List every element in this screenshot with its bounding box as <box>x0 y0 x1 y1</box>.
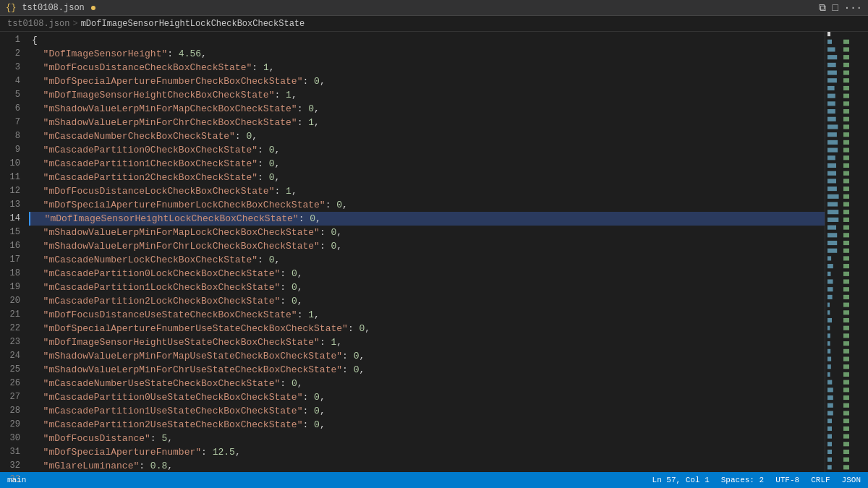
maximize-icon[interactable]: □ <box>832 2 838 14</box>
colon: : <box>139 459 150 472</box>
json-value: 0 <box>314 404 320 418</box>
colon: : <box>297 308 309 322</box>
comma: , <box>336 239 342 253</box>
status-cursor[interactable]: Ln 57, Col 1 <box>652 476 710 484</box>
breadcrumb-property[interactable]: mDofImageSensorHeightLockCheckBoxCheckSt… <box>81 19 305 29</box>
minimap[interactable] <box>825 32 868 472</box>
code-line: "mDofFocusDistanceLockCheckBoxCheckState… <box>29 184 825 198</box>
json-value: 0 <box>314 390 320 404</box>
status-spaces[interactable]: Spaces: 2 <box>721 476 764 484</box>
code-line: "mCascadeNumberLockCheckBoxCheckState": … <box>29 253 825 267</box>
json-value: 0 <box>269 253 275 267</box>
json-value: 12.5 <box>213 445 235 459</box>
colon: : <box>274 184 286 198</box>
line-number: 26 <box>6 377 20 390</box>
colon: : <box>320 239 331 253</box>
code-line: "mDofSpecialApertureFnumberLockCheckBoxC… <box>29 198 825 212</box>
json-value: 0 <box>292 267 297 281</box>
line-number: 6 <box>6 102 20 116</box>
line-number: 30 <box>6 432 20 445</box>
more-actions-icon[interactable]: ··· <box>844 2 862 14</box>
comma: , <box>292 184 297 198</box>
line-number: 8 <box>6 129 20 143</box>
comma: , <box>320 418 326 432</box>
colon: : <box>297 102 309 116</box>
status-line-ending[interactable]: CRLF <box>811 476 830 484</box>
json-value: 0 <box>292 281 297 294</box>
comma: , <box>292 88 297 102</box>
line-number: 1 <box>6 33 20 47</box>
split-editor-icon[interactable]: ⧉ <box>819 2 826 14</box>
code-line: "mCascadePartition0CheckBoxCheckState": … <box>29 143 825 157</box>
code-line: "mDofFocusDistanceCheckBoxCheckState": 1… <box>29 61 825 74</box>
json-value: 0.8 <box>150 459 167 472</box>
json-value: 0 <box>359 322 365 335</box>
comma: , <box>315 212 321 226</box>
json-value: 0 <box>314 74 320 88</box>
json-value: 0 <box>314 418 320 432</box>
json-key: "mCascadePartition0UseStateCheckBoxCheck… <box>43 390 303 404</box>
line-number: 28 <box>6 404 20 418</box>
comma: , <box>314 308 320 322</box>
json-value: 1 <box>286 184 292 198</box>
line-number: 27 <box>6 390 20 404</box>
code-line: "mShadowValueLerpMinForChrCheckBoxCheckS… <box>29 116 825 129</box>
json-key: "mCascadeNumberLockCheckBoxCheckState" <box>43 253 258 267</box>
line-number: 18 <box>6 267 20 281</box>
status-language[interactable]: JSON <box>842 476 861 484</box>
code-line: "mDofImageSensorHeightLockCheckBoxCheckS… <box>29 212 825 226</box>
json-value: 0 <box>269 171 275 184</box>
json-value: 0 <box>336 198 342 212</box>
breadcrumb-bar: tst0108.json > mDofImageSensorHeightLock… <box>0 16 868 32</box>
line-number: 23 <box>6 335 20 349</box>
status-bar: main Ln 57, Col 1 Spaces: 2 UTF-8 CRLF J… <box>0 472 868 488</box>
breadcrumb-file[interactable]: tst0108.json <box>7 19 69 29</box>
colon: : <box>299 212 310 226</box>
json-key: "mCascadePartition0LockCheckBoxCheckStat… <box>43 267 281 281</box>
json-key: "mCascadePartition1CheckBoxCheckState" <box>43 157 258 171</box>
json-key: "mDofSpecialApertureFnumber" <box>43 445 201 459</box>
colon: : <box>150 432 162 445</box>
status-encoding[interactable]: UTF-8 <box>775 476 799 484</box>
comma: , <box>252 129 258 143</box>
code-line: "mGlareLuminance": 0.8, <box>29 459 825 472</box>
line-number: 12 <box>6 184 20 198</box>
line-number: 3 <box>6 61 20 74</box>
code-line: "mShadowValueLerpMinForMapLockCheckBoxCh… <box>29 226 825 239</box>
comma: , <box>274 143 280 157</box>
line-number: 25 <box>6 363 20 377</box>
line-number: 17 <box>6 253 20 267</box>
code-area[interactable]: { "DofImageSensorHeight": 4.56, "mDofFoc… <box>29 32 825 472</box>
colon: : <box>302 74 314 88</box>
json-key: "mShadowValueLerpMinForMapLockCheckBoxCh… <box>43 226 320 239</box>
line-number: 10 <box>6 157 20 171</box>
json-value: 0 <box>354 349 359 363</box>
colon: : <box>342 349 354 363</box>
line-number: 2 <box>6 47 20 61</box>
json-key: "mGlareLuminance" <box>43 459 140 472</box>
json-key: "mDofSpecialApertureFnumberLockCheckBoxC… <box>43 198 326 212</box>
code-line: "DofImageSensorHeight": 4.56, <box>29 47 825 61</box>
line-numbers: 1234567891011121314151617181920212223242… <box>0 32 29 472</box>
json-value: 1 <box>331 335 336 349</box>
status-branch[interactable]: main <box>7 476 26 484</box>
json-value: 0 <box>331 226 336 239</box>
code-line: "mCascadeNumberCheckBoxCheckState": 0, <box>29 129 825 143</box>
json-value: 1 <box>263 61 269 74</box>
tab-filename[interactable]: tst0108.json <box>22 3 95 13</box>
json-key: "mDofFocusDistanceLockCheckBoxCheckState… <box>43 184 275 198</box>
code-line: "mDofImageSensorHeightUseStateCheckBoxCh… <box>29 335 825 349</box>
json-value: 0 <box>269 143 275 157</box>
colon: : <box>302 418 314 432</box>
colon: : <box>258 157 269 171</box>
colon: : <box>280 267 292 281</box>
comma: , <box>359 363 365 377</box>
json-value: 1 <box>308 116 314 129</box>
line-number: 21 <box>6 308 20 322</box>
code-line: "mDofFocusDistance": 5, <box>29 432 825 445</box>
comma: , <box>297 294 303 308</box>
comma: , <box>365 322 370 335</box>
comma: , <box>320 404 326 418</box>
json-key: "mCascadePartition2LockCheckBoxCheckStat… <box>43 294 281 308</box>
line-number: 11 <box>6 171 20 184</box>
